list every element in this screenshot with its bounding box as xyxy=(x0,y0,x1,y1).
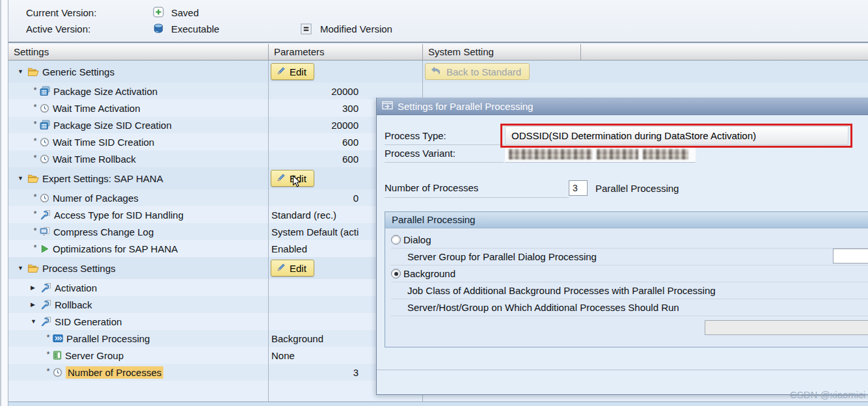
dialog-separator xyxy=(377,370,868,370)
modified-version-icon xyxy=(301,23,312,34)
tree-row-settings-cell: *Parallel Processing xyxy=(8,330,269,347)
collapse-arrow-icon[interactable]: ▼ xyxy=(18,175,27,182)
expand-arrow-icon[interactable]: ▶ xyxy=(31,301,40,308)
parameter-value: 20000 xyxy=(269,120,359,131)
radio-dialog[interactable] xyxy=(391,235,401,245)
censored-text-block xyxy=(643,149,688,159)
current-version-label: Current Version: xyxy=(26,7,96,18)
tree-item-label[interactable]: Optimizations for SAP HANA xyxy=(53,243,178,254)
parameter-value: Standard (rec.) xyxy=(269,210,336,221)
dialog-window-icon xyxy=(382,101,393,112)
leaf-bullet-icon: * xyxy=(31,102,40,112)
tree-item-label[interactable]: Process Settings xyxy=(42,263,116,274)
column-header-parameters[interactable]: Parameters xyxy=(269,44,423,60)
executable-status-icon xyxy=(153,23,164,34)
tree-row-settings-cell: *Optimizations for SAP HANA xyxy=(8,240,269,257)
folder-icon xyxy=(27,67,39,77)
censored-text-block xyxy=(597,149,638,159)
sap-gui-window: Current Version: Active Version: Saved E… xyxy=(0,0,868,406)
tree-row-settings-cell: *Package Size Activation xyxy=(8,83,269,100)
saved-status-label: Saved xyxy=(171,7,199,18)
edit-button[interactable]: Edit xyxy=(271,63,314,80)
number-of-processes-label: Number of Processes xyxy=(385,182,569,198)
version-status-bar: Current Version: Active Version: Saved E… xyxy=(8,0,868,43)
tree-item-label[interactable]: SID Generation xyxy=(55,316,122,327)
tree-row-parameters-cell: Edit xyxy=(269,61,423,83)
leaf-bullet-icon: * xyxy=(44,366,53,376)
wrench-icon xyxy=(40,316,51,327)
executable-status-label: Executable xyxy=(171,23,219,34)
tree-row-system-cell: Back to Standard xyxy=(423,61,581,83)
process-variant-value xyxy=(505,146,696,163)
wrench-icon xyxy=(40,299,51,310)
tree-item-label[interactable]: Package Size Activation xyxy=(53,86,157,97)
leaf-bullet-icon: * xyxy=(31,192,40,202)
tree-item-label[interactable]: Wait Time Activation xyxy=(53,103,141,114)
collapse-arrow-icon[interactable]: ▼ xyxy=(18,265,27,271)
tree-item-label[interactable]: Generic Settings xyxy=(42,66,115,77)
tree-item-label[interactable]: Package Size SID Creation xyxy=(53,120,172,131)
tree-item-label[interactable]: Wait Time SID Creation xyxy=(53,137,154,148)
parallel-icon xyxy=(53,333,63,344)
tree-item-label[interactable]: Activation xyxy=(55,282,97,293)
tree-item-label[interactable]: Server Group xyxy=(65,350,124,361)
censored-text-block xyxy=(509,149,592,159)
radio-background-label[interactable]: Background xyxy=(403,268,455,279)
play-icon xyxy=(40,244,49,254)
folder-icon xyxy=(27,174,39,183)
tree-item-label[interactable]: Number of Processes xyxy=(66,366,163,379)
column-header-system-setting[interactable]: System Setting xyxy=(423,44,581,60)
background-option-row: Background xyxy=(391,265,868,282)
expand-arrow-icon[interactable]: ▶ xyxy=(31,284,40,291)
tree-item-label[interactable]: Access Type for SID Handling xyxy=(54,210,183,221)
radio-dialog-label[interactable]: Dialog xyxy=(403,234,431,245)
tree-item-label[interactable]: Numer of Packages xyxy=(53,193,139,204)
collapse-arrow-icon[interactable]: ▼ xyxy=(31,318,40,325)
process-type-label: Process Type: xyxy=(385,130,504,145)
server-host-input[interactable] xyxy=(705,320,868,335)
leaf-bullet-icon: * xyxy=(31,119,40,129)
annotation-red-box xyxy=(500,124,852,148)
saved-status-icon xyxy=(153,7,164,18)
pencil-icon xyxy=(277,262,286,274)
tree-item-label[interactable]: Expert Settings: SAP HANA xyxy=(42,173,163,184)
tree-row-settings-cell: ▼SID Generation xyxy=(8,313,269,330)
leaf-bullet-icon: * xyxy=(31,153,40,163)
edit-button[interactable]: Edit xyxy=(271,170,314,187)
tree-row-settings-cell: *Compress Change Log xyxy=(8,223,269,240)
parameter-value: 20000 xyxy=(269,86,359,97)
server-group-row: Server Group for Parallel Dialog Process… xyxy=(391,249,868,265)
tree-item-label[interactable]: Rollback xyxy=(55,299,92,310)
back-to-standard-button[interactable]: Back to Standard xyxy=(425,63,530,80)
package-icon xyxy=(40,120,50,130)
collapse-arrow-icon[interactable]: ▼ xyxy=(18,68,27,75)
parameter-value: Background xyxy=(269,333,323,344)
tree-item-label[interactable]: Wait Time Rollback xyxy=(53,154,136,165)
wrench-icon xyxy=(40,282,51,293)
left-splitter-strip[interactable] xyxy=(0,0,8,406)
tree-row-settings-cell: ▶Activation xyxy=(8,279,269,296)
column-header-settings[interactable]: Settings xyxy=(8,44,269,60)
leaf-bullet-icon: * xyxy=(31,136,40,146)
back-to-standard-label: Back to Standard xyxy=(446,66,521,77)
edit-button[interactable]: Edit xyxy=(271,260,314,277)
parameter-value: 300 xyxy=(269,103,359,114)
wrench-icon xyxy=(40,210,51,220)
radio-background[interactable] xyxy=(391,269,401,278)
tree-row-settings-cell: *Number of Processes xyxy=(8,364,269,381)
monitor-icon xyxy=(40,226,50,237)
groupbox-body: Dialog Server Group for Parallel Dialog … xyxy=(385,228,868,347)
column-header-empty xyxy=(581,44,868,60)
edit-button-label: Edit xyxy=(290,173,306,184)
tree-row-settings-cell: *Wait Time Activation xyxy=(8,100,269,116)
number-of-processes-input[interactable] xyxy=(569,180,588,196)
leaf-bullet-icon: * xyxy=(44,332,53,342)
server-group-input[interactable] xyxy=(833,249,868,264)
undo-icon xyxy=(431,66,442,77)
dialog-titlebar[interactable]: Settings for Parallel Processing xyxy=(377,98,868,115)
tree-item-label[interactable]: Parallel Processing xyxy=(66,333,150,344)
tree-row-settings-cell: ▼Generic Settings xyxy=(8,61,269,83)
column-headers: Settings Parameters System Setting xyxy=(8,44,868,61)
leaf-bullet-icon: * xyxy=(44,349,53,359)
tree-item-label[interactable]: Compress Change Log xyxy=(53,226,154,237)
